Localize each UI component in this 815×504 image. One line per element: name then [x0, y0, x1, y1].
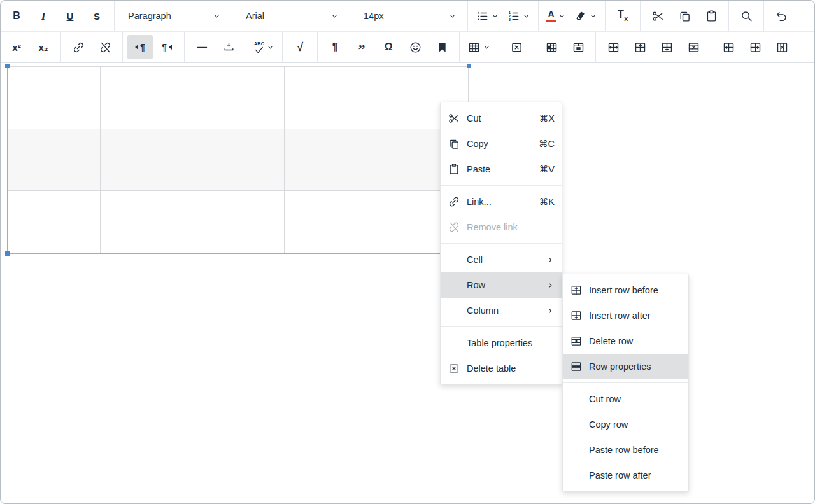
- italic-button[interactable]: I: [31, 4, 56, 28]
- table-cell[interactable]: [192, 67, 285, 129]
- delete-table-icon: [510, 41, 523, 54]
- insert-column-after-icon: [749, 41, 762, 54]
- insert-column-after-button[interactable]: [742, 35, 768, 59]
- formula-button[interactable]: √: [287, 35, 313, 59]
- split-cell-button[interactable]: [600, 35, 626, 59]
- submenu-item-insert-row-before[interactable]: Insert row before: [563, 277, 688, 303]
- spellcheck-button[interactable]: ABC: [251, 35, 278, 59]
- context-menu-item-row[interactable]: Row: [441, 272, 562, 298]
- chevron-down-icon: [483, 43, 491, 52]
- search-button[interactable]: [734, 4, 759, 28]
- context-menu-item-paste[interactable]: Paste ⌘V: [441, 157, 562, 182]
- link-button[interactable]: [66, 35, 91, 59]
- underline-button[interactable]: U: [57, 4, 83, 28]
- toolbar-separator: [350, 1, 350, 31]
- bookmark-button[interactable]: [429, 35, 455, 59]
- chevron-down-icon: [558, 12, 566, 20]
- table-cell[interactable]: [100, 191, 192, 253]
- table-cell[interactable]: [100, 129, 192, 191]
- toolbar-separator: [282, 32, 283, 62]
- insert-row-before-button[interactable]: [627, 35, 653, 59]
- insert-row-after-button[interactable]: [654, 35, 679, 59]
- table-cell[interactable]: [192, 129, 285, 191]
- delete-row-button[interactable]: [681, 35, 706, 59]
- paste-button[interactable]: [698, 4, 724, 28]
- copy-button[interactable]: [672, 4, 697, 28]
- table-cell[interactable]: [8, 191, 101, 253]
- submenu-item-paste-row-after[interactable]: Paste row after: [563, 463, 688, 488]
- context-menu-item-cut[interactable]: Cut ⌘X: [441, 106, 562, 131]
- submenu-item-row-properties[interactable]: Row properties: [563, 354, 688, 379]
- insert-column-before-button[interactable]: [716, 35, 741, 59]
- toolbar-separator: [246, 32, 246, 62]
- table-cell[interactable]: [284, 191, 376, 253]
- cut-button[interactable]: [645, 4, 670, 28]
- submenu-item-cut-row[interactable]: Cut row: [563, 386, 688, 412]
- context-menu-item-link[interactable]: Link... ⌘K: [441, 189, 562, 214]
- highlight-color-button[interactable]: [570, 4, 600, 28]
- bullet-list-icon: [476, 10, 489, 23]
- cell-properties-icon: [545, 41, 558, 54]
- rtl-pilcrow-glyph: ¶: [162, 43, 167, 52]
- context-menu-item-copy[interactable]: Copy ⌘C: [441, 131, 562, 157]
- context-menu-item-column[interactable]: Column: [441, 298, 562, 323]
- table-cell[interactable]: [8, 129, 101, 191]
- row-properties-icon: [569, 360, 583, 373]
- block-format-select[interactable]: Paragraph: [119, 1, 227, 32]
- cell-properties-button[interactable]: [539, 35, 564, 59]
- toolbar-row-2: x² x₂ ¶ ¶ ABC √ ¶ ” Ω: [1, 32, 814, 63]
- page-break-button[interactable]: [216, 35, 241, 59]
- numbered-list-button[interactable]: [504, 4, 534, 28]
- page-break-icon: [222, 41, 236, 54]
- rtl-button[interactable]: ¶: [154, 35, 180, 59]
- bold-button[interactable]: B: [4, 4, 29, 28]
- table-cell[interactable]: [8, 67, 101, 129]
- table-cell[interactable]: [192, 191, 285, 253]
- editor-canvas[interactable]: Cut ⌘X Copy ⌘C Paste ⌘V Link... ⌘K Re: [1, 63, 814, 503]
- submenu-item-copy-row[interactable]: Copy row: [563, 412, 688, 437]
- link-icon: [447, 195, 460, 208]
- arrow-left-icon: [135, 45, 138, 50]
- text-color-button[interactable]: A: [543, 4, 569, 28]
- clear-formatting-button[interactable]: T x: [610, 4, 635, 28]
- table-cell[interactable]: [284, 129, 376, 191]
- undo-button[interactable]: [769, 4, 794, 28]
- submenu-item-delete-row[interactable]: Delete row: [563, 328, 688, 354]
- context-menu-item-delete-table[interactable]: Delete table: [441, 356, 562, 381]
- table-resize-handle-top-left[interactable]: [5, 64, 10, 68]
- delete-table-button[interactable]: [504, 35, 529, 59]
- ltr-pilcrow-glyph: ¶: [140, 43, 145, 52]
- clear-formatting-icon: T x: [618, 10, 628, 22]
- table-cell[interactable]: [284, 67, 376, 129]
- subscript-button[interactable]: x₂: [31, 35, 56, 59]
- font-family-select[interactable]: Arial: [237, 1, 345, 32]
- horizontal-rule-button[interactable]: [189, 35, 215, 59]
- delete-column-button[interactable]: [769, 35, 795, 59]
- bookmark-icon: [436, 41, 449, 54]
- submenu-item-insert-row-after[interactable]: Insert row after: [563, 303, 688, 328]
- table-resize-handle-bottom-left[interactable]: [5, 251, 10, 256]
- ltr-button[interactable]: ¶: [127, 35, 153, 59]
- strikethrough-button[interactable]: S: [84, 4, 110, 28]
- insert-row-after-icon: [660, 41, 674, 54]
- table-cell[interactable]: [100, 67, 192, 129]
- bullet-list-button[interactable]: [472, 4, 502, 28]
- table-resize-handle-top-right[interactable]: [467, 64, 471, 68]
- blockquote-button[interactable]: ”: [349, 35, 374, 59]
- chevron-down-icon: [213, 12, 221, 20]
- highlighter-icon: [574, 10, 587, 23]
- table-menu-button[interactable]: [464, 35, 494, 59]
- merge-cells-button[interactable]: [565, 35, 591, 59]
- remove-link-button[interactable]: [92, 35, 118, 59]
- superscript-button[interactable]: x²: [4, 35, 29, 59]
- context-menu-item-table-properties[interactable]: Table properties: [441, 330, 562, 356]
- special-character-button[interactable]: Ω: [376, 35, 401, 59]
- submenu-item-paste-row-before[interactable]: Paste row before: [563, 437, 688, 463]
- scissors-icon: [651, 10, 665, 23]
- insert-column-before-icon: [722, 41, 735, 54]
- context-menu-item-cell[interactable]: Cell: [441, 247, 562, 272]
- font-size-select[interactable]: 14px: [355, 1, 463, 32]
- block-format-value: Paragraph: [128, 11, 213, 21]
- emoticon-button[interactable]: [402, 35, 428, 59]
- paragraph-marks-button[interactable]: ¶: [322, 35, 348, 59]
